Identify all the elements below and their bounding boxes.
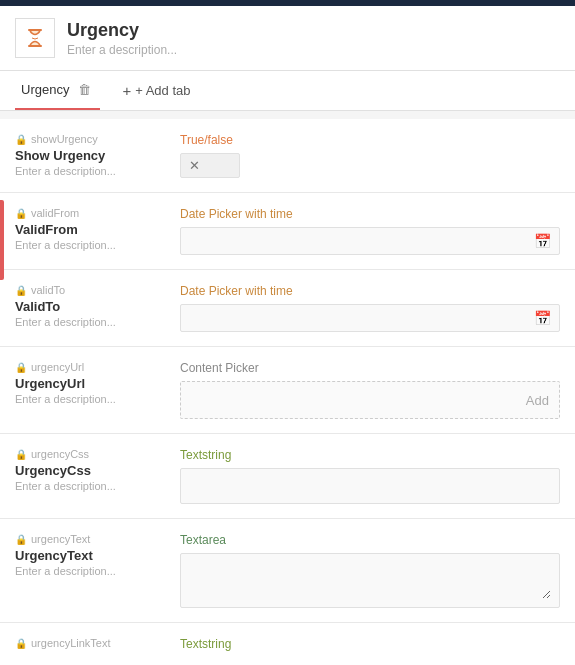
field-left-valid-from: 🔒 validFrom ValidFrom Enter a descriptio… [15,207,180,251]
date-input-valid-to[interactable]: 📅 [180,304,560,332]
field-row-valid-from: 🔒 validFrom ValidFrom Enter a descriptio… [0,193,575,270]
field-right-valid-from: Date Picker with time 📅 [180,207,560,255]
field-right-valid-to: Date Picker with time 📅 [180,284,560,332]
field-right-urgency-url: Content Picker Add [180,361,560,419]
type-label-valid-from: Date Picker with time [180,207,560,221]
type-label-show-urgency: True/false [180,133,560,147]
field-key-text-2: validFrom [31,207,79,219]
field-right-urgency-link-text: Textstring [180,637,560,657]
field-right-urgency-css: Textstring [180,448,560,504]
field-right-urgency-text: Textarea [180,533,560,608]
header-icon [15,18,55,58]
tab-delete-button[interactable]: 🗑 [75,81,94,98]
field-left-show-urgency: 🔒 showUrgency Show Urgency Enter a descr… [15,133,180,177]
field-name-urgency-css: UrgencyCss [15,463,170,478]
type-label-valid-to: Date Picker with time [180,284,560,298]
field-name-valid-to: ValidTo [15,299,170,314]
field-left-valid-to: 🔒 validTo ValidTo Enter a description... [15,284,180,328]
field-name-show-urgency: Show Urgency [15,148,170,163]
lock-icon: 🔒 [15,134,27,145]
field-left-urgency-link-text: 🔒 urgencyLinkText [15,637,180,652]
field-desc-show-urgency: Enter a description... [15,165,170,177]
field-name-valid-from: ValidFrom [15,222,170,237]
tab-urgency[interactable]: Urgency 🗑 [15,71,100,110]
svg-rect-0 [28,29,42,31]
plus-icon: + [122,82,131,99]
type-label-urgency-css: Textstring [180,448,560,462]
field-right-show-urgency: True/false ✕ [180,133,560,178]
field-desc-valid-from: Enter a description... [15,239,170,251]
field-key-text-4: urgencyUrl [31,361,84,373]
field-key-text-6: urgencyText [31,533,90,545]
lock-icon-6: 🔒 [15,534,27,545]
text-input-urgency-css[interactable] [180,468,560,504]
textarea-urgency-text[interactable] [180,553,560,608]
header-description: Enter a description... [67,43,177,57]
hourglass-icon [23,26,47,50]
lock-icon-7: 🔒 [15,638,27,649]
text-field-urgency-css[interactable] [189,474,551,498]
add-tab-button[interactable]: + + Add tab [112,74,200,107]
field-key-text-3: validTo [31,284,65,296]
field-desc-valid-to: Enter a description... [15,316,170,328]
field-name-urgency-url: UrgencyUrl [15,376,170,391]
field-row-urgency-link-text: 🔒 urgencyLinkText Textstring [0,623,575,665]
section-divider [0,111,575,119]
tab-urgency-label: Urgency [21,82,69,97]
type-label-urgency-link-text: Textstring [180,637,560,651]
date-input-field-valid-from[interactable] [189,234,534,248]
toggle-x-icon[interactable]: ✕ [189,158,200,173]
field-left-urgency-url: 🔒 urgencyUrl UrgencyUrl Enter a descript… [15,361,180,405]
textarea-field-urgency-text[interactable] [189,559,551,599]
header: Urgency Enter a description... [0,6,575,71]
field-key-urgency-text: 🔒 urgencyText [15,533,170,545]
field-key-urgency-css: 🔒 urgencyCss [15,448,170,460]
content-picker-urgency-url[interactable]: Add [180,381,560,419]
red-accent-bar [0,200,4,280]
calendar-icon-valid-from[interactable]: 📅 [534,233,551,249]
content-area: 🔒 showUrgency Show Urgency Enter a descr… [0,119,575,665]
field-key-valid-from: 🔒 validFrom [15,207,170,219]
lock-icon-2: 🔒 [15,208,27,219]
field-left-urgency-text: 🔒 urgencyText UrgencyText Enter a descri… [15,533,180,577]
field-name-urgency-text: UrgencyText [15,548,170,563]
add-button-urgency-url[interactable]: Add [526,393,549,408]
date-input-field-valid-to[interactable] [189,311,534,325]
lock-icon-4: 🔒 [15,362,27,373]
type-label-urgency-url: Content Picker [180,361,560,375]
field-key-text: showUrgency [31,133,98,145]
field-key-urgency-url: 🔒 urgencyUrl [15,361,170,373]
toggle-show-urgency[interactable]: ✕ [180,153,240,178]
field-key-valid-to: 🔒 validTo [15,284,170,296]
add-tab-label: + Add tab [135,83,190,98]
field-desc-urgency-text: Enter a description... [15,565,170,577]
field-key-text-7: urgencyLinkText [31,637,111,649]
type-label-urgency-text: Textarea [180,533,560,547]
field-row-valid-to: 🔒 validTo ValidTo Enter a description...… [0,270,575,347]
header-text: Urgency Enter a description... [67,20,177,57]
calendar-icon-valid-to[interactable]: 📅 [534,310,551,326]
date-input-valid-from[interactable]: 📅 [180,227,560,255]
field-row-show-urgency: 🔒 showUrgency Show Urgency Enter a descr… [0,119,575,193]
header-title: Urgency [67,20,177,41]
field-row-urgency-css: 🔒 urgencyCss UrgencyCss Enter a descript… [0,434,575,519]
tabs-bar: Urgency 🗑 + + Add tab [0,71,575,111]
field-desc-urgency-url: Enter a description... [15,393,170,405]
field-key-urgency-link-text: 🔒 urgencyLinkText [15,637,170,649]
lock-icon-5: 🔒 [15,449,27,460]
field-key-text-5: urgencyCss [31,448,89,460]
field-key-show-urgency: 🔒 showUrgency [15,133,170,145]
field-desc-urgency-css: Enter a description... [15,480,170,492]
field-row-urgency-url: 🔒 urgencyUrl UrgencyUrl Enter a descript… [0,347,575,434]
field-row-urgency-text: 🔒 urgencyText UrgencyText Enter a descri… [0,519,575,623]
field-left-urgency-css: 🔒 urgencyCss UrgencyCss Enter a descript… [15,448,180,492]
lock-icon-3: 🔒 [15,285,27,296]
svg-rect-1 [28,45,42,47]
